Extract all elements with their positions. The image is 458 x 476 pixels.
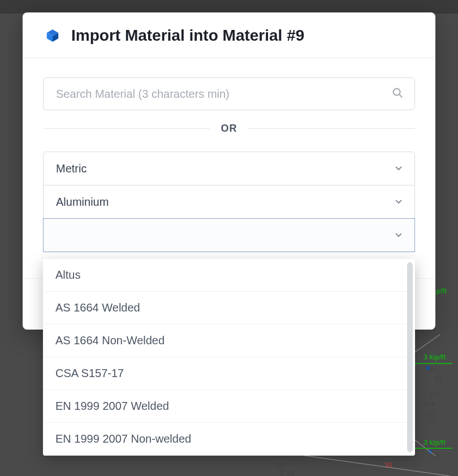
material-select[interactable]: Aluminium	[43, 185, 415, 219]
scrollbar[interactable]	[407, 262, 413, 452]
material-select-value: Aluminium	[56, 196, 109, 209]
dropdown-option[interactable]: EN 1999 2007 Welded	[43, 390, 415, 423]
units-select[interactable]: Metric	[43, 152, 415, 185]
divider-line	[43, 128, 210, 129]
select-group: Metric Aluminium	[43, 152, 415, 252]
divider-label: OR	[221, 123, 237, 135]
caret-down-icon	[395, 200, 402, 204]
svg-point-0	[394, 89, 400, 96]
standard-select[interactable]	[43, 218, 415, 252]
divider-line	[249, 128, 416, 129]
modal-header: Import Material into Material #9	[23, 12, 435, 58]
or-divider: OR	[43, 123, 415, 135]
toolbar-strip	[0, 0, 458, 14]
modal-title: Import Material into Material #9	[71, 27, 304, 45]
dropdown-option[interactable]: AS 1664 Non-Welded	[43, 324, 415, 357]
dropdown-option[interactable]: EN 1999 2007 Non-welded	[43, 423, 415, 456]
dropdown-option[interactable]: CSA S157-17	[43, 357, 415, 390]
caret-down-icon	[395, 166, 402, 171]
standard-dropdown-list[interactable]: Altus AS 1664 Welded AS 1664 Non-Welded …	[43, 259, 415, 456]
search-field-container	[43, 77, 415, 110]
svg-line-1	[399, 94, 402, 97]
brand-icon	[43, 26, 62, 45]
modal-body: OR Metric Aluminium	[23, 58, 435, 278]
search-icon	[391, 86, 404, 101]
caret-down-icon	[395, 233, 402, 237]
dropdown-option[interactable]: Altus	[43, 259, 415, 292]
search-input[interactable]	[43, 77, 415, 110]
units-select-value: Metric	[56, 162, 87, 175]
dropdown-option[interactable]: AS 1664 Welded	[43, 292, 415, 324]
